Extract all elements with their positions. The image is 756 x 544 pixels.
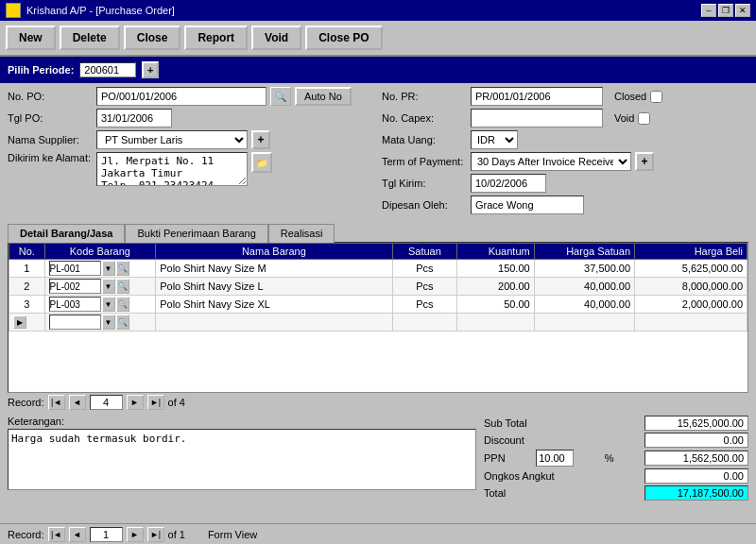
tgl-kirim-label: Tgl Kirim: <box>382 178 467 189</box>
keterangan-label: Keterangan: <box>8 416 476 427</box>
subtotal-label: Sub Total <box>484 417 527 429</box>
cell-nama: Polo Shirt Navy Size XL <box>156 296 392 314</box>
no-pr-label: No. PR: <box>382 91 467 102</box>
close-button[interactable]: Close <box>124 26 181 50</box>
address-browse-button[interactable]: 📁 <box>251 152 272 173</box>
supplier-label: Nama Supplier: <box>8 134 93 145</box>
keterangan-input[interactable] <box>8 429 476 490</box>
no-po-label: No. PO: <box>8 91 93 102</box>
auto-no-button[interactable]: Auto No <box>295 87 352 106</box>
report-button[interactable]: Report <box>184 26 248 50</box>
record-current-status[interactable] <box>90 527 123 542</box>
toolbar: New Delete Close Report Void Close PO <box>0 21 756 57</box>
cell-harga-satuan: 37,500.00 <box>534 260 634 278</box>
cell-harga-beli: 8,000,000.00 <box>635 278 747 296</box>
bottom-area: Keterangan: Sub Total 15,625,000.00 Disc… <box>0 412 756 492</box>
no-po-input[interactable] <box>96 87 266 106</box>
cell-kuantum: 150.00 <box>457 260 534 278</box>
close-po-button[interactable]: Close PO <box>305 26 382 50</box>
total-row: Total 17,187,500.00 <box>484 485 748 501</box>
discount-value: 0.00 <box>644 433 748 448</box>
void-checkbox[interactable] <box>638 112 650 125</box>
first-record-btn-status[interactable]: |◄ <box>48 527 65 542</box>
col-header-kode: Kode Barang <box>44 244 156 260</box>
subtotal-value: 15,625,000.00 <box>644 416 748 431</box>
cell-harga-beli: 5,625,000.00 <box>635 260 747 278</box>
tabs-area: Detail Barang/Jasa Bukti Penerimaan Bara… <box>0 223 756 242</box>
next-record-btn-status[interactable]: ► <box>127 527 144 542</box>
no-capex-row: No. Capex: Void <box>382 109 748 128</box>
term-payment-row: Term of Payment: 30 Days After Invoice R… <box>382 152 748 171</box>
new-button[interactable]: New <box>6 26 56 50</box>
closed-checkbox[interactable] <box>650 91 662 103</box>
closed-label: Closed <box>614 91 646 102</box>
cell-nama: Polo Shirt Navy Size L <box>156 278 392 296</box>
total-value: 17,187,500.00 <box>644 485 748 501</box>
dipesan-oleh-input[interactable] <box>471 196 584 214</box>
no-capex-input[interactable] <box>471 109 603 128</box>
currency-select[interactable]: IDR <box>471 130 518 149</box>
no-pr-input[interactable] <box>471 87 603 106</box>
col-header-nama: Nama Barang <box>156 244 392 260</box>
tab-bukti[interactable]: Bukti Penerimaan Barang <box>125 224 267 243</box>
last-record-btn-status[interactable]: ►| <box>147 527 164 542</box>
periode-bar: Pilih Periode: + <box>0 57 756 83</box>
term-add-button[interactable]: + <box>635 152 654 171</box>
form-view-label: Form View <box>208 529 257 540</box>
app-icon <box>6 3 21 18</box>
tgl-kirim-input[interactable] <box>471 174 546 193</box>
mata-uang-label: Mata Uang: <box>382 134 467 145</box>
minimize-button[interactable]: – <box>701 4 716 17</box>
cell-no: 3 <box>9 296 45 314</box>
ppn-pct-input[interactable] <box>536 450 574 467</box>
table-record-nav: Record: |◄ ◄ ► ►| of 4 <box>0 393 756 412</box>
dipesan-oleh-row: Dipesan Oleh: <box>382 196 748 214</box>
tgl-po-input[interactable] <box>96 109 172 128</box>
table-row: 1 ▼ 🔍 Polo Shirt Navy Size M Pcs 150.00 … <box>9 260 747 278</box>
tgl-po-row: Tgl PO: <box>8 109 374 128</box>
tgl-po-label: Tgl PO: <box>8 112 93 124</box>
tab-realisasi[interactable]: Realisasi <box>268 224 335 243</box>
void-label: Void <box>614 112 634 124</box>
term-payment-label: Term of Payment: <box>382 156 467 167</box>
record-label-table: Record: <box>8 397 44 408</box>
col-header-satuan: Satuan <box>392 244 457 260</box>
prev-record-btn-status[interactable]: ◄ <box>69 527 86 542</box>
address-row: Dikirim ke Alamat: 📁 <box>8 152 374 186</box>
first-record-btn-table[interactable]: |◄ <box>48 395 65 410</box>
periode-input[interactable] <box>79 62 136 77</box>
record-of-status: of 1 <box>168 529 185 540</box>
tgl-kirim-row: Tgl Kirim: <box>382 174 748 193</box>
delete-button[interactable]: Delete <box>60 26 120 50</box>
cell-satuan: Pcs <box>392 260 457 278</box>
supplier-select[interactable]: PT Sumber Laris <box>96 130 248 149</box>
supplier-add-button[interactable]: + <box>251 130 270 149</box>
window-title: Krishand A/P - [Purchase Order] <box>26 5 175 16</box>
cell-satuan: Pcs <box>392 278 457 296</box>
cell-no: 2 <box>9 278 45 296</box>
ppn-label: PPN <box>484 452 506 464</box>
table-row: 2 ▼ 🔍 Polo Shirt Navy Size L Pcs 200.00 … <box>9 278 747 296</box>
record-current-table[interactable] <box>90 395 123 410</box>
dipesan-oleh-label: Dipesan Oleh: <box>382 199 467 211</box>
next-record-btn-table[interactable]: ► <box>127 395 144 410</box>
items-table: No. Kode Barang Nama Barang Satuan Kuant… <box>9 243 747 332</box>
ongkos-value: 0.00 <box>644 468 748 484</box>
ongkos-label: Ongkos Angkut <box>484 470 555 482</box>
totals-area: Sub Total 15,625,000.00 Discount 0.00 PP… <box>484 416 748 488</box>
no-pr-row: No. PR: Closed <box>382 87 748 106</box>
no-po-search-button[interactable]: 🔍 <box>270 87 291 106</box>
void-button[interactable]: Void <box>251 26 301 50</box>
table-row-empty: ▶ ▼ 🔍 <box>9 314 747 332</box>
last-record-btn-table[interactable]: ►| <box>147 395 164 410</box>
table-row: 3 ▼ 🔍 Polo Shirt Navy Size XL Pcs 50.00 … <box>9 296 747 314</box>
close-window-button[interactable]: ✕ <box>735 4 750 17</box>
tab-detail[interactable]: Detail Barang/Jasa <box>8 224 125 243</box>
address-textarea[interactable] <box>96 152 248 186</box>
cell-harga-satuan: 40,000.00 <box>534 296 634 314</box>
ongkos-row: Ongkos Angkut 0.00 <box>484 468 748 484</box>
periode-add-button[interactable]: + <box>142 61 159 78</box>
term-payment-select[interactable]: 30 Days After Invoice Received <box>471 152 631 171</box>
prev-record-btn-table[interactable]: ◄ <box>69 395 86 410</box>
restore-button[interactable]: ❐ <box>718 4 733 17</box>
